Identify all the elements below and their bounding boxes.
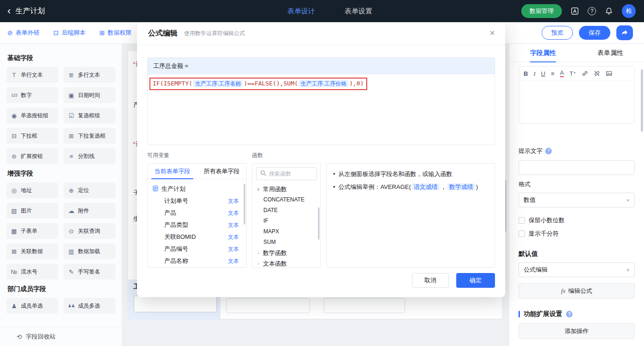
- palette-item-number[interactable]: 123数字: [6, 87, 58, 103]
- field-recycle-bin[interactable]: ⟲ 字段回收站: [0, 327, 122, 346]
- unlink-icon[interactable]: [594, 70, 600, 77]
- palette-item-radio-group[interactable]: ◉单选按钮组: [6, 108, 58, 123]
- help-example-prefix: 公式编辑举例：AVERAGE(: [339, 183, 411, 190]
- palette-item-signature[interactable]: ✎手写签名: [64, 264, 115, 279]
- function-item[interactable]: MAPX: [252, 226, 321, 237]
- palette-item-single-line-text[interactable]: T单行文本: [6, 67, 58, 83]
- field-title-editor-area[interactable]: [519, 81, 634, 124]
- bell-icon[interactable]: [604, 6, 614, 16]
- italic-icon[interactable]: I: [533, 71, 535, 77]
- toolbar-item-form-external-link[interactable]: ⊘表单外链: [7, 29, 40, 37]
- default-value-select[interactable]: 公式编辑 ∨: [519, 262, 635, 277]
- panel-scrollbar[interactable]: [641, 69, 643, 132]
- palette-item-select[interactable]: ⊟下拉框: [6, 128, 58, 144]
- function-item[interactable]: DATE: [252, 205, 321, 216]
- thousand-checkbox-row: 显示千分符: [519, 230, 635, 237]
- palette-item-member-single[interactable]: ♟成员单选: [6, 298, 58, 314]
- palette-item-data-load[interactable]: ▥数据加载: [64, 243, 115, 259]
- palette-item-extend-button[interactable]: ⊜扩展按钮: [6, 148, 58, 164]
- avatar[interactable]: 检: [622, 4, 636, 18]
- bold-icon[interactable]: B: [524, 71, 528, 77]
- thousand-checkbox-label: 显示千分符: [529, 230, 559, 238]
- variables-scrollbar[interactable]: [244, 184, 245, 225]
- tab-field-properties[interactable]: 字段属性: [509, 44, 577, 62]
- palette-item-label: 日期时间: [78, 91, 100, 99]
- variable-field-row[interactable]: 产品文本: [152, 207, 242, 219]
- variable-tree-root[interactable]: 生产计划: [152, 183, 242, 195]
- function-item[interactable]: IF: [252, 216, 321, 226]
- confirm-button[interactable]: 确定: [456, 273, 495, 288]
- tab-form-design[interactable]: 表单设计: [287, 7, 315, 16]
- tab-form-settings[interactable]: 表单设置: [345, 7, 372, 16]
- function-item[interactable]: SUM: [252, 237, 321, 248]
- variable-tabs: 当前表单字段 所有表单字段: [148, 164, 246, 179]
- palette-item-address[interactable]: ◎地址: [6, 182, 58, 198]
- underline-icon[interactable]: U: [541, 71, 545, 77]
- function-group[interactable]: ›数学函数: [252, 248, 321, 258]
- palette-item-image[interactable]: ▧图片: [6, 203, 58, 219]
- toolbar-item-data-permission[interactable]: ⊞数据权限: [99, 29, 131, 37]
- function-group[interactable]: ∨常用函数: [252, 184, 321, 194]
- variable-field-type-badge: 文本: [228, 245, 239, 253]
- palette-item-datetime[interactable]: ▣日期时间: [64, 87, 115, 103]
- palette-item-label: 下拉复选框: [78, 132, 106, 140]
- save-button[interactable]: 保存: [579, 26, 610, 40]
- thousand-checkbox[interactable]: [519, 231, 525, 237]
- cancel-button[interactable]: 取消: [412, 273, 449, 288]
- canvas-input[interactable]: [324, 298, 405, 313]
- palette-item-multi-select[interactable]: ⊞下拉复选框: [64, 128, 115, 144]
- hint-help-icon[interactable]: ?: [545, 148, 552, 154]
- function-item[interactable]: CONCATENATE: [252, 194, 321, 205]
- palette-item-divider[interactable]: ≡分割线: [64, 148, 115, 164]
- variable-field-row[interactable]: 产品编号文本: [152, 243, 242, 255]
- canvas-input[interactable]: [226, 298, 310, 313]
- align-icon[interactable]: ≡: [551, 71, 555, 77]
- formula-input-area[interactable]: IF(ISEMPTY(生产工序.工序名称)==FALSE(),SUM(生产工序.…: [148, 74, 495, 93]
- variable-field-row[interactable]: 产品类型文本: [152, 219, 242, 231]
- formula-field-token[interactable]: 生产工序.工序价格: [299, 80, 348, 87]
- backend-script-icon: ⊡: [54, 29, 59, 36]
- variable-field-row[interactable]: 产品名称文本: [152, 255, 242, 267]
- palette-item-checkbox-group[interactable]: ☑复选框组: [64, 108, 115, 123]
- help-icon[interactable]: ?: [588, 7, 596, 15]
- format-label-text: 格式: [519, 180, 531, 188]
- decimal-checkbox[interactable]: [519, 217, 525, 224]
- palette-item-subform[interactable]: ▦子表单: [6, 223, 58, 239]
- image-icon[interactable]: [606, 70, 612, 77]
- palette-item-related-query[interactable]: ⊙关联查询: [64, 223, 115, 239]
- hint-text-input[interactable]: [519, 160, 635, 175]
- functions-scrollbar[interactable]: [318, 207, 320, 240]
- multi-select-icon: ⊞: [67, 133, 75, 140]
- extension-help-icon[interactable]: ?: [566, 311, 572, 317]
- variable-field-row[interactable]: 关联BOMID文本: [152, 231, 242, 243]
- function-search-input[interactable]: [269, 170, 313, 177]
- formula-field-token[interactable]: 生产工序.工序名称: [193, 80, 243, 87]
- font-size-icon[interactable]: T⁺: [569, 71, 576, 77]
- palette-item-location[interactable]: ⊕定位: [64, 182, 115, 198]
- default-value-label: 默认值: [519, 250, 635, 258]
- edit-formula-button[interactable]: fx 编辑公式: [519, 283, 635, 299]
- palette-item-multi-line-text[interactable]: ≣多行文本: [64, 67, 115, 83]
- link-icon[interactable]: [582, 70, 588, 77]
- data-manage-button[interactable]: 数据管理: [521, 4, 562, 18]
- share-button[interactable]: [616, 25, 633, 40]
- palette-item-related-data[interactable]: ⊠关联数据: [6, 243, 58, 259]
- palette-item-attachment[interactable]: ☁附件: [64, 203, 115, 219]
- canvas-input[interactable]: [134, 296, 217, 312]
- function-group[interactable]: ›文本函数: [252, 258, 321, 268]
- variable-field-row[interactable]: 计划单号文本: [152, 195, 242, 207]
- format-select[interactable]: 数值 ∨: [519, 193, 635, 207]
- palette-item-serial-number[interactable]: №流水号: [6, 264, 58, 279]
- required-star: *: [133, 140, 135, 147]
- close-icon[interactable]: ×: [489, 28, 495, 37]
- tab-current-form-fields[interactable]: 当前表单字段: [148, 164, 197, 179]
- back-button[interactable]: ‹: [7, 6, 11, 16]
- preview-button[interactable]: 预览: [542, 26, 573, 40]
- add-action-button[interactable]: 添加操作: [519, 323, 635, 339]
- palette-item-member-multi[interactable]: ♟♟成员多选: [64, 298, 115, 314]
- toolbar-item-backend-script[interactable]: ⊡后端脚本: [54, 29, 86, 37]
- font-color-icon[interactable]: A: [560, 70, 564, 77]
- tab-all-form-fields[interactable]: 所有表单字段: [197, 164, 246, 179]
- language-icon[interactable]: [570, 6, 579, 16]
- tab-form-properties[interactable]: 表单属性: [577, 44, 644, 62]
